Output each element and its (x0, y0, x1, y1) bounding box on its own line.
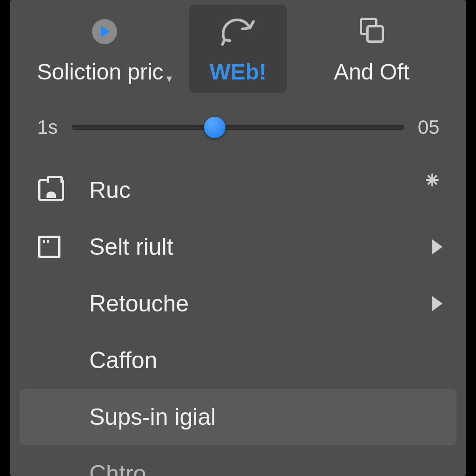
chevron-right-icon (432, 239, 443, 254)
settings-panel: Soliction pric ▾ WEb! (10, 0, 466, 476)
tab-soliction[interactable]: Soliction pric ▾ (20, 5, 189, 93)
row-chtro-label: Chtro (89, 460, 415, 476)
row-chtro[interactable]: Chtro (20, 445, 456, 476)
loading-icon (422, 180, 443, 200)
chevron-right-icon (432, 296, 443, 311)
options-list: Ruc Selt riult (10, 152, 466, 476)
tab-andoft-label: And Oft (334, 59, 410, 85)
tab-bar: Soliction pric ▾ WEb! (10, 5, 466, 93)
row-retouche[interactable]: Retouche (20, 275, 456, 332)
slider-thumb[interactable] (204, 117, 225, 138)
row-caffon[interactable]: Caffon (20, 332, 456, 389)
play-icon (92, 19, 117, 44)
tab-soliction-label: Soliction pric (37, 59, 163, 85)
window-icon (38, 236, 60, 258)
row-ruc-label: Ruc (89, 177, 415, 204)
row-sups-in-igial[interactable]: Sups-in igial (20, 389, 456, 445)
row-selt-riult[interactable]: Selt riult (20, 218, 456, 275)
row-retouche-label: Retouche (89, 290, 415, 317)
duration-slider[interactable] (72, 125, 404, 130)
row-ruc[interactable]: Ruc (20, 162, 456, 218)
tab-andoft[interactable]: And Oft (287, 5, 456, 93)
camera-icon (38, 179, 64, 201)
tab-web[interactable]: WEb! (189, 5, 287, 93)
duration-slider-row: 1s 05 (10, 93, 466, 152)
row-caffon-label: Caffon (89, 347, 415, 374)
arc-icon (220, 17, 256, 46)
row-sups-label: Sups-in igial (89, 403, 415, 430)
copy-icon (358, 18, 386, 46)
dropdown-caret-icon[interactable]: ▾ (166, 72, 172, 85)
row-selt-riult-label: Selt riult (89, 233, 415, 260)
slider-max-label: 05 (415, 116, 443, 139)
slider-min-label: 1s (33, 116, 61, 139)
tab-web-label: WEb! (210, 59, 267, 85)
